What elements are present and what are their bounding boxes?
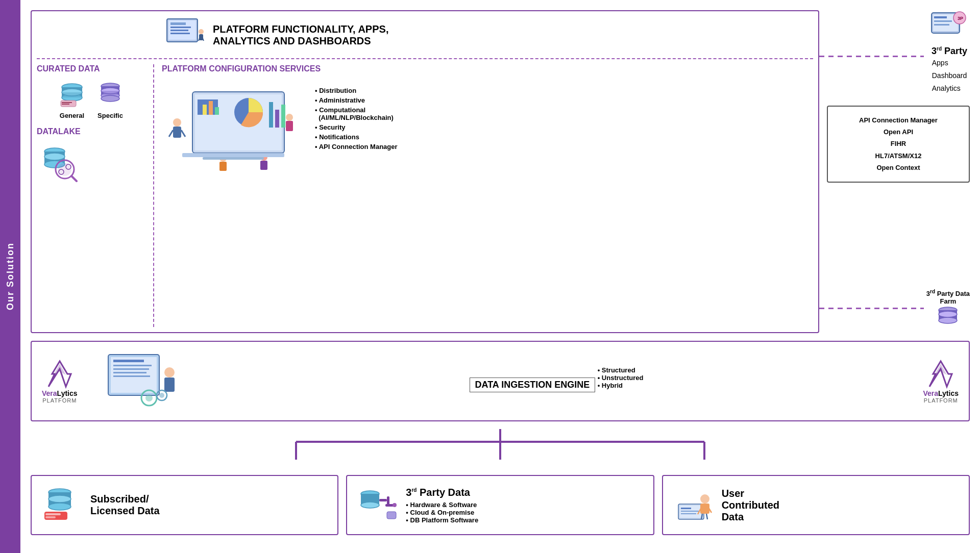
svg-rect-4: [170, 30, 188, 31]
third-party-item-2: DB Platform Software: [406, 516, 478, 524]
svg-point-43: [173, 118, 181, 127]
third-party-box-title: 3rd Party Data: [406, 487, 478, 498]
svg-rect-70: [113, 360, 144, 362]
user-contributed-icon: [673, 486, 714, 524]
general-icon-item: General: [58, 81, 86, 119]
svg-rect-54: [203, 157, 264, 160]
svg-rect-106: [681, 511, 699, 512]
third-party-item-1: Cloud & On-premise: [406, 509, 478, 516]
svg-point-80: [159, 393, 164, 398]
svg-text:3P: 3P: [958, 16, 963, 21]
curated-icons: General: [37, 81, 145, 119]
svg-rect-59: [934, 16, 947, 18]
curated-panel: CURATED DATA: [37, 64, 154, 327]
config-list: Distribution Administrative Computationa…: [315, 87, 398, 150]
veralytics-left: VeraLytics PLATFORM: [42, 359, 78, 404]
bottom-tree: [31, 429, 970, 460]
svg-rect-44: [173, 127, 181, 138]
platform-label-right: PLATFORM: [924, 397, 958, 404]
ingestion-item-1: Unstructured: [598, 374, 644, 382]
config-illustration: [162, 82, 305, 175]
sidebar-label: Our Solution: [0, 0, 20, 553]
svg-point-90: [48, 503, 71, 510]
svg-rect-71: [113, 365, 152, 366]
veralytics-name-left: VeraLytics: [42, 389, 78, 397]
subscribed-box: Subscribed/Licensed Data: [31, 475, 338, 535]
user-contributed-box: UserContributedData: [662, 475, 970, 535]
right-column: 3P 3rd Party AppsDashboardAnalytics API …: [827, 10, 970, 333]
svg-point-91: [48, 495, 71, 502]
middle-section: VeraLytics PLATFORM: [31, 341, 970, 421]
svg-rect-16: [62, 102, 72, 103]
svg-rect-3: [170, 27, 191, 28]
third-party-text: 3rd Party Data Hardware & Software Cloud…: [406, 487, 478, 524]
svg-rect-50: [219, 162, 227, 171]
dashed-line-bottom: [819, 308, 924, 309]
datalake-title: DATALAKE: [37, 127, 145, 136]
svg-line-30: [71, 176, 77, 181]
user-contributed-title: UserContributedData: [722, 488, 779, 523]
svg-rect-72: [113, 368, 149, 370]
third-party-item-0: Hardware & Software: [406, 501, 478, 509]
svg-line-45: [169, 130, 173, 137]
svg-line-46: [181, 130, 185, 137]
subscribed-text: Subscribed/Licensed Data: [90, 493, 160, 517]
svg-rect-109: [700, 504, 709, 514]
specific-icon-item: Specific: [96, 81, 125, 119]
main-content: PLATFORM FUNCTIONALITY, APPS,ANALYTICS A…: [20, 0, 980, 553]
config-item-2: Computational (AI/ML/NLP/Blockchain): [315, 106, 398, 121]
ingestion-text: DATA INGESTION ENGINE Structured Unstruc…: [200, 366, 913, 396]
general-label: General: [60, 112, 84, 119]
svg-point-23: [101, 95, 119, 102]
platform-box: PLATFORM FUNCTIONALITY, APPS,ANALYTICS A…: [31, 10, 819, 333]
curated-title: CURATED DATA: [37, 64, 145, 73]
veralytics-name-right: VeraLytics: [923, 389, 959, 397]
ingestion-title: DATA INGESTION ENGINE: [470, 378, 596, 392]
svg-rect-94: [45, 516, 56, 518]
svg-rect-76: [164, 378, 175, 392]
ingestion-list: Structured Unstructured Hybrid: [598, 366, 644, 389]
svg-rect-41: [275, 110, 279, 128]
api-line-3: HL7/ATSM/X12: [836, 150, 961, 162]
api-box: API Connection Manager Open API FIHR HL7…: [827, 106, 970, 183]
svg-line-113: [706, 514, 707, 519]
main-wrapper: PLATFORM FUNCTIONALITY, APPS,ANALYTICS A…: [20, 0, 980, 553]
config-item-4: Notifications: [315, 133, 398, 141]
svg-point-108: [700, 494, 709, 504]
svg-point-47: [286, 114, 293, 121]
svg-point-65: [939, 311, 957, 317]
data-farm: 3rd Party DataFarm: [926, 289, 970, 328]
svg-rect-22: [101, 91, 119, 95]
config-item-5: API Connection Manager: [315, 143, 398, 150]
third-party-icon: [357, 486, 398, 524]
third-party-connector: 3P 3rd Party AppsDashboardAnalytics: [819, 10, 970, 95]
specific-label: Specific: [97, 112, 123, 119]
svg-rect-98: [379, 499, 387, 501]
config-list-container: Distribution Administrative Computationa…: [315, 82, 398, 153]
api-line-4: Open Context: [836, 162, 961, 173]
top-section: PLATFORM FUNCTIONALITY, APPS,ANALYTICS A…: [31, 10, 970, 333]
svg-rect-38: [215, 107, 219, 115]
svg-rect-92: [44, 512, 67, 520]
bottom-section: Subscribed/Licensed Data: [31, 467, 970, 543]
ingestion-item-0: Structured: [598, 366, 644, 374]
third-party-title: 3rd Party: [932, 46, 967, 57]
platform-main: PLATFORM CONFIGURATION SERVICES: [162, 64, 813, 327]
data-farm-row: 3rd Party DataFarm: [819, 289, 970, 328]
functionality-title: PLATFORM FUNCTIONALITY, APPS,ANALYTICS A…: [213, 23, 388, 47]
svg-rect-102: [387, 512, 396, 519]
svg-rect-105: [681, 508, 691, 509]
subscribed-icon: [42, 486, 83, 524]
functionality-header: PLATFORM FUNCTIONALITY, APPS,ANALYTICS A…: [37, 16, 813, 59]
svg-rect-48: [286, 121, 293, 131]
svg-point-27: [44, 153, 65, 160]
svg-rect-36: [203, 105, 207, 115]
svg-rect-52: [260, 161, 267, 170]
functionality-icon: [164, 16, 205, 54]
svg-rect-42: [281, 105, 285, 128]
data-farm-label: 3rd Party DataFarm: [926, 289, 970, 305]
svg-point-97: [361, 502, 379, 508]
config-title: PLATFORM CONFIGURATION SERVICES: [162, 64, 813, 73]
svg-rect-37: [209, 101, 213, 115]
svg-point-64: [939, 317, 957, 323]
